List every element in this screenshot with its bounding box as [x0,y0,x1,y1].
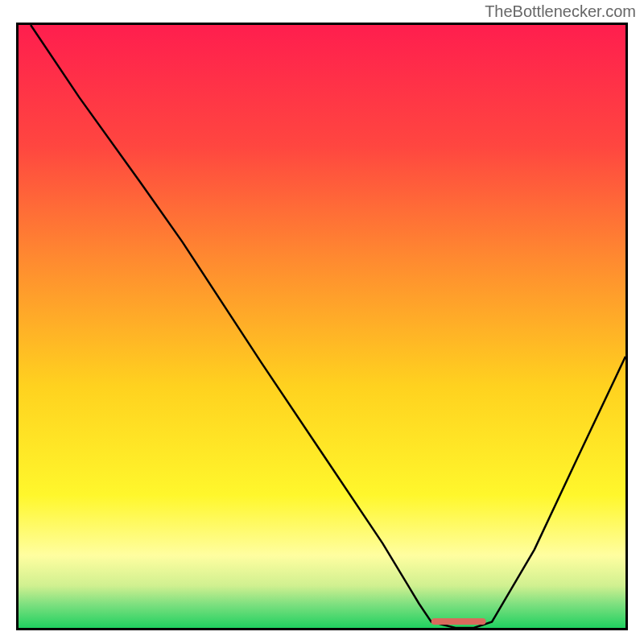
bottleneck-curve [19,25,625,628]
watermark-text: TheBottlenecker.com [485,2,636,21]
chart-container: TheBottlenecker.com [0,0,644,644]
plot-area [16,23,628,630]
optimum-marker [431,618,486,625]
